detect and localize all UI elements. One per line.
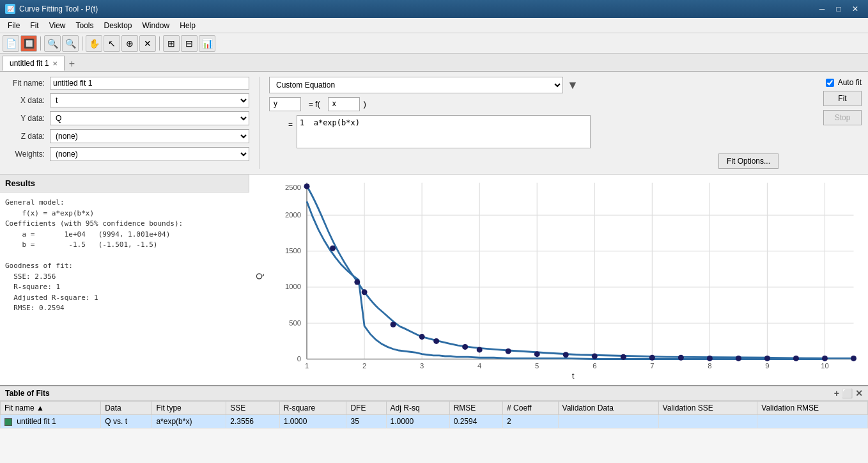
data-cursor-btn[interactable]: ⊕ [121,35,138,52]
svg-point-53 [678,355,684,361]
svg-text:2000: 2000 [285,211,301,219]
zoom-in-btn[interactable]: 🔍 [62,35,79,52]
col-rmse[interactable]: RMSE [449,402,502,415]
table-scroll[interactable]: Fit name ▲ Data Fit type SSE R-square DF… [0,401,868,428]
col-r-square[interactable]: R-square [279,402,346,415]
legend-btn[interactable]: 📊 [199,35,215,52]
menu-fit[interactable]: Fit [25,20,43,31]
open-button[interactable]: 🔲 [20,35,37,52]
col-fit-name[interactable]: Fit name ▲ [1,402,101,415]
menu-tools[interactable]: Tools [70,20,98,31]
config-right: Custom Equation ▼ y = f( x ) = 1 a*exp(b… [269,77,779,169]
row-validation-rmse [757,415,868,428]
zoom-out-btn[interactable]: 🔍 [44,35,61,52]
title-bar: 📈 Curve Fitting Tool - P(t) ─ □ ✕ [0,0,868,18]
svg-point-45 [330,246,336,251]
svg-point-55 [793,356,799,361]
tab-close-button[interactable]: ✕ [52,60,58,67]
x-data-select[interactable]: t [50,93,249,107]
menu-help[interactable]: Help [174,20,201,31]
lower-section: Table of Fits + ⬜ ✕ Fit name ▲ Data Fit … [0,385,868,463]
select-btn[interactable]: ↖ [104,35,120,52]
eq-equals-f: = f( [305,98,324,110]
title-bar-controls: ─ □ ✕ [814,3,863,15]
config-divider [259,77,260,169]
svg-point-48 [433,338,439,344]
menu-view[interactable]: View [44,20,71,31]
svg-text:10: 10 [821,362,829,370]
row-adj-r-sq: 1.0000 [386,415,449,428]
z-data-row: Z data: (none) [6,129,249,143]
col-data[interactable]: Data [101,402,152,415]
fit-name-input[interactable] [50,77,249,90]
table-row[interactable]: untitled fit 1 Q vs. t a*exp(b*x) 2.3556… [1,415,868,428]
weights-row: Weights: (none) [6,147,249,161]
stop-button[interactable]: Stop [823,110,862,125]
menu-file[interactable]: File [3,20,25,31]
tab-untitled-fit-1[interactable]: untitled fit 1 ✕ [3,56,65,71]
svg-point-56 [851,356,856,361]
y-data-select[interactable]: Q [50,111,249,125]
chart-results-area: Results General model: f(x) = a*exp(b*x)… [0,175,868,385]
toolbar-sep-2 [82,36,82,51]
new-tab-button[interactable]: + [65,57,79,71]
toolbar-sep-3 [159,36,160,51]
table-header-bar: Table of Fits + ⬜ ✕ [0,386,868,401]
table-header-controls: + ⬜ ✕ [834,388,863,398]
table-close-btn[interactable]: ✕ [855,388,863,398]
weights-select[interactable]: (none) [50,147,249,161]
grid-btn[interactable]: ⊞ [163,35,180,52]
col-sse[interactable]: SSE [226,402,279,415]
fits-table: Fit name ▲ Data Fit type SSE R-square DF… [0,401,868,428]
svg-point-40 [592,354,598,359]
maximize-button[interactable]: □ [831,3,846,15]
minimize-button[interactable]: ─ [814,3,830,15]
y-input-box[interactable]: y [269,97,301,111]
table-title: Table of Fits [5,389,50,398]
col-validation-data[interactable]: Validation Data [558,402,658,415]
close-button[interactable]: ✕ [848,3,863,15]
col-adj-r-sq[interactable]: Adj R-sq [386,402,449,415]
app-icon: 📈 [5,4,15,14]
svg-point-51 [563,352,569,357]
equation-type-select[interactable]: Custom Equation [269,77,563,93]
chart-area: 0 500 1000 1500 2000 2500 1 2 3 4 5 6 7 … [249,175,868,385]
fit-options-button[interactable]: Fit Options... [718,153,779,169]
row-rmse: 0.2594 [449,415,502,428]
col-n-coeff[interactable]: # Coeff [503,402,558,415]
col-validation-sse[interactable]: Validation SSE [658,402,757,415]
col-validation-rmse[interactable]: Validation RMSE [757,402,868,415]
x-data-row: X data: t [6,93,249,107]
auto-fit-checkbox[interactable] [826,79,834,87]
pan-btn[interactable]: ✋ [86,35,102,52]
exclude-btn[interactable]: ✕ [139,35,156,52]
config-far-right: Auto fit Fit Stop [785,77,862,169]
col-fit-type[interactable]: Fit type [152,402,226,415]
menu-window[interactable]: Window [137,20,175,31]
z-data-select[interactable]: (none) [50,129,249,143]
table-expand-btn[interactable]: ⬜ [842,388,853,398]
x-input-box[interactable]: x [328,97,360,111]
col-dfe[interactable]: DFE [346,402,386,415]
grid2-btn[interactable]: ⊟ [181,35,198,52]
table-add-btn[interactable]: + [834,388,839,398]
menu-desktop[interactable]: Desktop [99,20,137,31]
fit-button[interactable]: Fit [823,91,862,106]
fit-name-label: Fit name: [6,79,45,88]
svg-text:500: 500 [289,319,301,327]
y-data-label: Y data: [6,114,45,123]
equation-textarea[interactable]: 1 a*exp(b*x) [297,115,591,148]
svg-point-35 [304,184,310,189]
svg-text:6: 6 [593,362,596,370]
svg-point-47 [391,322,396,327]
row-r-square: 1.0000 [279,415,346,428]
fit-color-indicator [4,418,12,426]
tab-label: untitled fit 1 [10,59,49,68]
svg-point-54 [736,356,741,361]
svg-point-43 [764,356,770,361]
row-validation-sse [658,415,757,428]
row-dfe: 35 [346,415,386,428]
new-button[interactable]: 📄 [3,35,19,52]
row-n-coeff: 2 [503,415,558,428]
row-data: Q vs. t [101,415,152,428]
